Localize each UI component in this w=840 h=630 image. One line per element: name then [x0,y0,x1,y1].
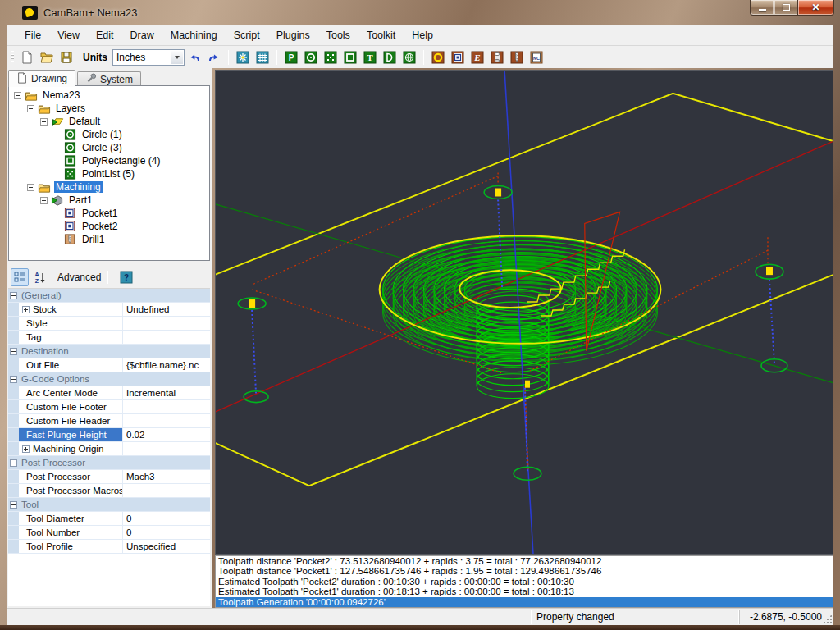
property-name[interactable]: Stock [19,303,123,316]
snap-points-button[interactable] [234,48,252,66]
collapse-icon[interactable] [10,292,17,299]
property-row[interactable]: Tool Profile Unspecified [8,540,210,554]
property-row[interactable]: Custom File Header [8,414,210,428]
property-grid[interactable]: (General) Stock Undefined Style Tag Dest… [8,288,210,606]
property-value[interactable] [123,442,210,455]
tree-item-machining[interactable]: Machining [9,180,209,194]
property-row[interactable]: Machining Origin [8,442,210,456]
log-line[interactable]: Toolpath distance 'Pocket1' : 127.548661… [216,566,833,576]
log-line[interactable]: Estimated Toolpath 'Pocket2' duration : … [216,577,833,587]
property-category[interactable]: Tool [8,498,210,512]
menu-toolkit[interactable]: Toolkit [358,27,404,43]
op-gcode-button[interactable]: NC [527,48,546,66]
property-row[interactable]: Tool Diameter 0 [8,512,210,526]
property-name[interactable]: Custom File Footer [19,400,123,413]
viewport-canvas[interactable] [215,70,833,555]
property-value[interactable]: Undefined [123,303,210,316]
draw-pointlist-button[interactable] [322,48,340,66]
draw-circle-button[interactable] [302,48,320,66]
collapse-icon[interactable] [14,92,21,99]
menu-draw[interactable]: Draw [122,27,162,43]
menu-help[interactable]: Help [404,27,441,43]
log-line[interactable]: Toolpath distance 'Pocket2' : 73.5132680… [216,556,833,566]
tree-item-layers[interactable]: Layers [9,102,209,115]
property-name[interactable]: Post Processor Macros [19,484,123,497]
collapse-icon[interactable] [27,184,34,191]
snap-grid-button[interactable] [253,48,272,66]
open-file-button[interactable] [38,48,56,66]
menu-edit[interactable]: Edit [88,27,122,43]
tree-item-pointlist-5-[interactable]: PointList (5) [9,167,209,180]
property-row[interactable]: Fast Plunge Height 0.02 [8,428,210,442]
property-value[interactable]: 0.02 [123,428,210,441]
op-drill-button[interactable] [508,48,526,66]
property-category[interactable]: G-Code Options [8,372,210,386]
property-name[interactable]: Machining Origin [19,442,123,455]
tree-item-drill1[interactable]: Drill1 [9,233,209,246]
property-name[interactable]: Tool Profile [19,540,123,553]
collapse-icon[interactable] [10,376,17,383]
property-category[interactable]: Post Processor [8,456,210,470]
log-line[interactable]: Estimated Toolpath 'Pocket1' duration : … [216,587,833,596]
property-name[interactable]: Fast Plunge Height [19,428,123,441]
property-value[interactable]: Incremental [123,386,210,399]
property-value[interactable] [123,331,210,344]
title-bar[interactable]: CamBam+ Nema23 ✕ [0,0,840,25]
tree-item-pocket1[interactable]: Pocket1 [9,207,209,220]
property-value[interactable]: Unspecified [123,540,210,553]
draw-text-button[interactable]: T [361,48,379,66]
property-name[interactable]: Tool Number [19,526,123,539]
help-button[interactable]: ? [117,268,135,286]
menu-file[interactable]: File [16,27,49,43]
message-log[interactable]: Toolpath distance 'Pocket2' : 73.5132680… [215,555,833,608]
property-category[interactable]: (General) [8,289,210,303]
property-name[interactable]: Post Processor [19,470,123,483]
units-combo[interactable]: Inches [112,49,185,66]
property-row[interactable]: Post Processor Macros [8,484,210,498]
tree-item-circle-3-[interactable]: Circle (3) [9,141,209,154]
property-row[interactable]: Arc Center Mode Incremental [8,386,210,400]
minimize-button[interactable] [750,0,774,16]
property-name[interactable]: Out File [19,358,123,372]
menu-plugins[interactable]: Plugins [268,27,318,43]
property-row[interactable]: Style [8,317,210,331]
advanced-button[interactable]: Advanced [57,272,101,283]
property-value[interactable]: Mach3 [123,470,210,483]
draw-arc-button[interactable] [381,48,399,66]
log-line[interactable]: Toolpath Generation '00:00:00.0942726' [216,597,833,607]
close-button[interactable]: ✕ [798,0,834,16]
property-value[interactable]: {$cbfile.name}.nc [123,358,210,372]
save-file-button[interactable] [57,48,75,66]
collapse-icon[interactable] [27,105,34,112]
alphabetical-sort-button[interactable]: AZ [31,268,49,286]
expand-icon[interactable] [22,306,30,313]
maximize-button[interactable] [774,0,798,16]
collapse-icon[interactable] [10,348,17,355]
property-name[interactable]: Tool Diameter [19,512,123,525]
tree-item-polyrectangle-4-[interactable]: PolyRectangle (4) [9,154,209,167]
tree-item-nema23[interactable]: Nema23 [9,89,209,102]
collapse-icon[interactable] [10,501,17,509]
op-engrave-button[interactable]: E [468,48,486,66]
collapse-icon[interactable] [10,459,17,467]
op-profile-button[interactable] [429,48,447,66]
property-name[interactable]: Arc Center Mode [19,386,123,399]
property-value[interactable] [123,414,210,427]
tree-item-circle-1-[interactable]: Circle (1) [9,128,209,141]
op-pocket-button[interactable] [449,48,467,66]
draw-surface-button[interactable] [400,48,418,66]
op-lathe-button[interactable] [488,48,506,66]
tree-item-pocket2[interactable]: Pocket2 [9,220,209,233]
toolbar-grip[interactable] [11,51,14,64]
property-name[interactable]: Tag [19,331,123,344]
property-name[interactable]: Custom File Header [19,414,123,427]
property-row[interactable]: Out File {$cbfile.name}.nc [8,358,210,372]
tree-item-part1[interactable]: Part1 [9,194,209,207]
redo-button[interactable] [205,48,223,66]
menu-view[interactable]: View [49,27,88,43]
property-name[interactable]: Style [19,317,123,330]
collapse-icon[interactable] [40,118,48,126]
draw-polyline-button[interactable]: P [282,48,300,66]
new-file-button[interactable] [18,48,36,66]
property-row[interactable]: Post Processor Mach3 [8,470,210,484]
